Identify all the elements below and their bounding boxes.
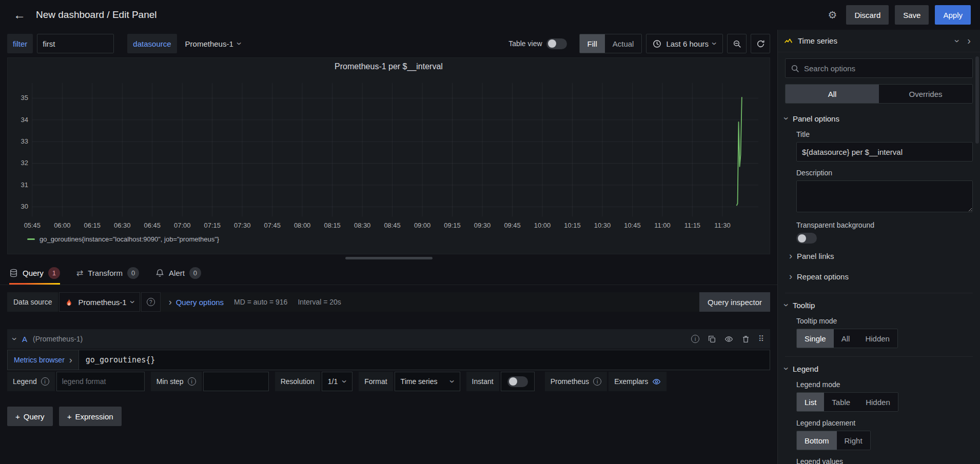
legend-item[interactable]: go_goroutines{instance="localhost:9090",… [13,235,765,243]
chevron-down-icon: › [128,300,138,304]
svg-text:07:30: 07:30 [234,221,250,229]
section-title: Legend [793,365,818,373]
help-icon: ? [147,298,155,306]
tab-query[interactable]: Query 1 [9,261,60,285]
panel-title-input[interactable] [796,142,973,162]
legend-mode-table[interactable]: Table [824,393,858,411]
legend-mode-list[interactable]: List [797,393,824,411]
exemplars-eye-icon[interactable] [652,377,661,386]
chevron-right-icon: › [789,251,792,260]
resolution-select[interactable]: 1/1 › [322,372,352,391]
zoom-out-button[interactable] [727,34,747,53]
hide-query-eye-icon[interactable] [724,335,733,344]
legend-mode-hidden[interactable]: Hidden [858,393,898,411]
svg-text:05:45: 05:45 [24,221,41,229]
datasource-variable-picker[interactable]: Prometheus-1 › [181,34,245,53]
duplicate-query-icon[interactable] [708,335,716,344]
interval-summary: Interval = 20s [298,298,341,306]
query-options-toggle[interactable]: › Query options [169,297,224,307]
gear-icon: ⚙ [828,9,837,21]
discard-button[interactable]: Discard [846,5,889,25]
alert-count-badge: 0 [189,267,201,279]
section-title: Panel options [793,114,839,123]
repeat-options-row[interactable]: › Repeat options [789,268,973,285]
tooltip-mode-group: Single All Hidden [796,329,898,348]
timeseries-plot[interactable]: 05:4506:0006:1506:3006:4507:0007:1507:30… [13,76,765,234]
panel-options-header[interactable]: › Panel options [785,114,973,123]
filter-tab-all[interactable]: All [786,85,879,103]
add-expression-button[interactable]: +Expression [59,407,122,426]
tooltip-mode-label: Tooltip mode [796,317,973,325]
time-range-picker[interactable]: Last 6 hours › [646,34,723,53]
query-row-collapse[interactable]: › [10,337,19,340]
filter-variable-input[interactable] [37,34,114,53]
delete-query-trash-icon[interactable] [741,335,750,344]
filter-tab-overrides[interactable]: Overrides [879,85,972,103]
fill-button[interactable]: Fill [580,34,605,53]
query-help-icon[interactable]: i [691,335,699,343]
transform-count-badge: 0 [127,267,139,279]
tab-alert[interactable]: Alert 0 [155,261,201,285]
options-search-input[interactable] [804,64,967,73]
save-button[interactable]: Save [895,5,929,25]
min-step-label: Min step [156,377,184,386]
svg-text:08:30: 08:30 [354,221,370,229]
datasource-value: Prometheus-1 [78,298,126,307]
datasource-picker[interactable]: Prometheus-1 › [59,292,140,312]
datasource-variable-label: datasource [127,34,177,53]
page-title: New dashboard / Edit Panel [36,9,157,21]
tooltip-section: › Tooltip Tooltip mode Single All Hidden [785,293,973,348]
back-button[interactable]: ← [9,7,30,23]
query-expression-input[interactable]: go_goroutines{} [79,350,770,370]
refresh-button[interactable] [751,34,770,53]
format-label: Format [364,377,387,386]
table-view-toggle[interactable] [546,38,567,49]
format-value: Time series [401,377,438,386]
actual-button[interactable]: Actual [605,34,642,53]
visualization-name: Time series [798,36,837,45]
chevron-right-icon: › [789,272,792,281]
svg-text:10:00: 10:00 [534,221,551,229]
panel-resize-handle[interactable] [345,257,433,259]
sidebar-scrollbar-thumb[interactable] [975,56,979,144]
legend-placement-bottom[interactable]: Bottom [797,431,837,450]
drag-handle-icon[interactable]: ⠿ [758,334,764,344]
query-count-badge: 1 [48,267,60,279]
collapse-options-button[interactable]: › [964,34,974,48]
svg-text:11:00: 11:00 [654,221,670,229]
query-inspector-button[interactable]: Query inspector [699,292,770,312]
min-step-input[interactable] [203,372,269,391]
tab-transform[interactable]: ⇄ Transform 0 [76,261,139,285]
panel-links-row[interactable]: › Panel links [789,248,973,264]
datasource-variable-value: Prometheus-1 [185,39,233,48]
transparent-background-toggle[interactable] [796,233,817,244]
datasource-help-button[interactable]: ? [141,292,161,312]
apply-button[interactable]: Apply [935,5,971,25]
legend-section-header[interactable]: › Legend [785,364,973,373]
instant-toggle[interactable] [507,376,528,387]
query-options-row: Legendi Min stepi Resolution 1/1 › Forma… [7,372,770,391]
add-query-button[interactable]: +Query [7,407,53,426]
metrics-browser-button[interactable]: Metrics browser › [7,350,79,370]
zoom-out-icon [733,39,741,48]
tooltip-mode-hidden[interactable]: Hidden [857,329,897,348]
svg-text:31: 31 [21,181,28,189]
tooltip-section-header[interactable]: › Tooltip [785,300,973,310]
panel-toolbar: filter datasource Prometheus-1 › Table v… [0,30,777,57]
settings-button[interactable]: ⚙ [825,7,840,23]
panel-description-input[interactable] [796,180,973,212]
tooltip-mode-single[interactable]: Single [797,329,834,348]
legend-placement-right[interactable]: Right [837,431,870,450]
options-sidebar: Time series › › All Overrides › Panel op… [778,30,980,464]
chevron-down-icon: › [340,380,349,383]
visualization-picker[interactable]: Time series › [784,36,959,46]
query-row-header: › A (Prometheus-1) i ⠿ [7,329,770,349]
exemplars-label: Exemplars [614,377,648,386]
tooltip-mode-all[interactable]: All [834,329,858,348]
legend-format-input[interactable] [56,372,145,391]
prometheus-type-label: Prometheus [551,377,589,386]
format-select[interactable]: Time series › [395,372,460,391]
filter-variable-label: filter [7,34,33,53]
legend-placement-group: Bottom Right [796,431,871,450]
chevron-down-icon: › [782,367,791,370]
